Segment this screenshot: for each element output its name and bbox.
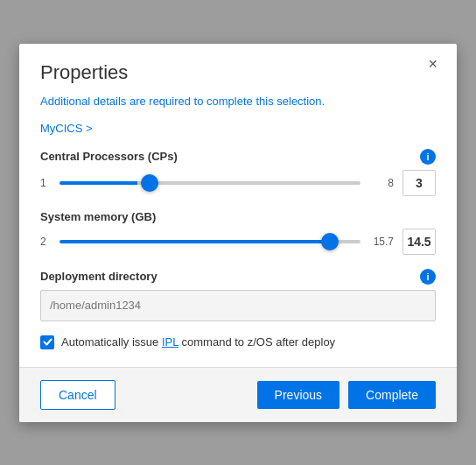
dialog-overlay: Properties × Additional details are requ… bbox=[0, 0, 476, 465]
cp-info-icon[interactable]: i bbox=[420, 149, 436, 165]
cp-value-box: 3 bbox=[402, 170, 436, 196]
dialog-footer: Cancel Previous Complete bbox=[19, 367, 457, 422]
memory-slider[interactable] bbox=[60, 240, 360, 243]
footer-right-buttons: Previous Complete bbox=[257, 381, 436, 409]
memory-slider-row: 2 15.7 14.5 bbox=[40, 229, 436, 255]
cp-slider-wrapper bbox=[60, 174, 360, 192]
cp-min-label: 1 bbox=[40, 177, 51, 189]
memory-label: System memory (GB) bbox=[40, 210, 156, 223]
breadcrumb[interactable]: MyCICS > bbox=[40, 122, 436, 135]
close-button[interactable]: × bbox=[423, 54, 443, 74]
cp-label: Central Processors (CPs) bbox=[40, 150, 178, 163]
cp-slider-row: 1 8 3 bbox=[40, 170, 436, 196]
subtitle-text: Additional details are required to compl… bbox=[40, 95, 436, 108]
cp-slider[interactable] bbox=[60, 181, 360, 185]
cp-field-section: Central Processors (CPs) i 1 8 3 bbox=[40, 149, 436, 196]
ipl-checkbox-label: Automatically issue IPL command to z/OS … bbox=[61, 335, 335, 349]
deploy-input[interactable] bbox=[40, 290, 436, 321]
properties-dialog: Properties × Additional details are requ… bbox=[19, 44, 457, 422]
deploy-field-section: Deployment directory i bbox=[40, 269, 436, 321]
deploy-label: Deployment directory bbox=[40, 270, 158, 283]
previous-button[interactable]: Previous bbox=[257, 381, 340, 409]
ipl-checkbox[interactable] bbox=[40, 335, 54, 349]
dialog-header: Properties × bbox=[19, 44, 457, 95]
memory-field-section: System memory (GB) 2 15.7 14.5 bbox=[40, 210, 436, 255]
cancel-button[interactable]: Cancel bbox=[40, 380, 116, 410]
memory-max-label: 15.7 bbox=[369, 236, 394, 248]
memory-min-label: 2 bbox=[40, 236, 51, 248]
memory-slider-wrapper bbox=[60, 233, 360, 250]
memory-value-box: 14.5 bbox=[402, 229, 436, 255]
complete-button[interactable]: Complete bbox=[348, 381, 436, 409]
cp-max-label: 8 bbox=[369, 177, 394, 189]
cp-label-row: Central Processors (CPs) i bbox=[40, 149, 436, 165]
memory-label-row: System memory (GB) bbox=[40, 210, 436, 223]
dialog-body: Additional details are required to compl… bbox=[19, 95, 457, 367]
checkbox-row: Automatically issue IPL command to z/OS … bbox=[40, 335, 436, 349]
deploy-info-icon[interactable]: i bbox=[420, 269, 436, 285]
deploy-label-row: Deployment directory i bbox=[40, 269, 436, 285]
dialog-title: Properties bbox=[40, 61, 436, 84]
